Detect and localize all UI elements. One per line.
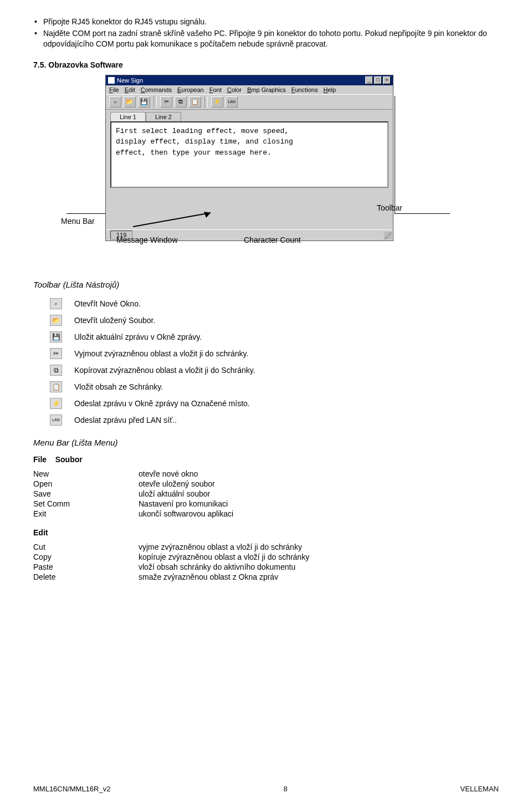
callout-menu-bar: Menu Bar xyxy=(61,217,95,226)
separator-icon xyxy=(154,96,157,108)
tab-line2[interactable]: Line 2 xyxy=(146,112,181,121)
cmd-name: Paste xyxy=(33,562,139,571)
tb-new-icon[interactable]: ▫ xyxy=(109,96,121,108)
callout-toolbar: Toolbar xyxy=(377,203,402,212)
callout-message-window: Message Window xyxy=(116,236,178,244)
page-footer: MML16CN/MML16R_v2 8 VELLEMAN xyxy=(33,785,499,793)
cmd-desc: vyjme zvýrazněnou oblast a vloží ji do s… xyxy=(139,543,302,551)
intro-bullet: Najděte COM port na zadní straně skříně … xyxy=(33,28,499,49)
menu-color[interactable]: Color xyxy=(227,86,242,93)
edit-subheading: Edit xyxy=(33,528,499,537)
tb-copy-icon[interactable]: ⧉ xyxy=(175,96,187,108)
icon-desc: Odeslat zprávu před LAN síť.. xyxy=(74,416,177,424)
list-item: 📂 Otevřít uložený Soubor. xyxy=(50,315,499,326)
list-item: LAN Odeslat zprávu před LAN síť.. xyxy=(50,415,499,426)
cmd-name: Delete xyxy=(33,572,139,581)
menu-european[interactable]: European xyxy=(177,86,204,93)
app-icon xyxy=(108,77,115,84)
arrow-icon xyxy=(133,210,222,232)
screenshot-area: New Sign _ □ × File Edit Commands Europe… xyxy=(33,75,499,263)
cmd-desc: otevře uložený soubor xyxy=(139,479,215,488)
list-item: ▫ Otevřít Nové Okno. xyxy=(50,298,499,309)
list-item: 📋 Vložit obsah ze Schránky. xyxy=(50,381,499,392)
icon-desc: Otevřít uložený Soubor. xyxy=(74,316,155,325)
cmd-desc: uloží aktuální soubor xyxy=(139,489,210,498)
send-icon: ⚡ xyxy=(50,398,62,409)
cmd-name: Cut xyxy=(33,543,139,551)
resize-grip-icon[interactable] xyxy=(384,232,392,239)
cmd-name: New xyxy=(33,469,139,478)
menu-file[interactable]: File xyxy=(109,86,119,93)
callout-character-count: Character Count xyxy=(244,236,301,244)
cmd-desc: otevře nové okno xyxy=(139,469,198,478)
tb-save-icon[interactable]: 💾 xyxy=(138,96,150,108)
save-icon: 💾 xyxy=(50,331,62,342)
intro-bullet: Připojte RJ45 konektor do RJ45 vstupu si… xyxy=(33,17,499,27)
toolbar-section-title: Toolbar (Lišta Nástrojů) xyxy=(33,280,499,289)
maximize-button[interactable]: □ xyxy=(374,76,382,84)
menu-edit[interactable]: Edit xyxy=(125,86,135,93)
tb-cut-icon[interactable]: ✂ xyxy=(160,96,172,108)
toolbar: ▫ 📂 💾 ✂ ⧉ 📋 ⚡ LAN xyxy=(106,94,393,110)
list-item: ✂ Vyjmout zvýrazněnou oblast a vložit ji… xyxy=(50,348,499,359)
icon-desc: Kopírovat zvýrazněnou oblast a vložit ji… xyxy=(74,366,255,375)
menu-commands[interactable]: Commands xyxy=(141,86,172,93)
open-icon: 📂 xyxy=(50,315,62,326)
cmd-desc: Nastavení pro komunikaci xyxy=(139,499,228,508)
icon-desc: Uložit aktuální zprávu v Okně zprávy. xyxy=(74,333,202,341)
titlebar: New Sign _ □ × xyxy=(106,75,393,85)
tb-paste-icon[interactable]: 📋 xyxy=(189,96,201,108)
cut-icon: ✂ xyxy=(50,348,62,359)
menu-font[interactable]: Font xyxy=(209,86,222,93)
close-button[interactable]: × xyxy=(383,76,391,84)
tab-line1[interactable]: Line 1 xyxy=(110,112,146,121)
window-title: New Sign xyxy=(117,77,143,84)
svg-line-0 xyxy=(133,213,211,227)
menu-bar: File Edit Commands European Font Color B… xyxy=(106,85,393,94)
icon-desc: Vložit obsah ze Schránky. xyxy=(74,382,163,391)
tb-open-icon[interactable]: 📂 xyxy=(124,96,136,108)
list-item: ⧉ Kopírovat zvýrazněnou oblast a vložit … xyxy=(50,365,499,376)
list-item: 💾 Uložit aktuální zprávu v Okně zprávy. xyxy=(50,331,499,342)
cmd-desc: smaže zvýrazněnou oblast z Okna zpráv xyxy=(139,572,278,581)
footer-left: MML16CN/MML16R_v2 xyxy=(33,785,110,793)
tb-send-icon[interactable]: ⚡ xyxy=(211,96,223,108)
file-rest: Soubor xyxy=(55,455,83,464)
footer-center: 8 xyxy=(283,785,287,793)
menu-section-title: Menu Bar (Lišta Menu) xyxy=(33,438,499,447)
cmd-name: Set Comm xyxy=(33,499,139,508)
edit-commands: Cutvyjme zvýrazněnou oblast a vloží ji d… xyxy=(33,543,499,581)
window-buttons: _ □ × xyxy=(365,76,391,84)
cmd-desc: vloží obsah schránky do aktivního dokume… xyxy=(139,562,295,571)
table-row: Newotevře nové okno xyxy=(33,469,499,478)
menu-functions[interactable]: Functions xyxy=(291,86,318,93)
list-item: ⚡ Odeslat zprávu v Okně zprávy na Označe… xyxy=(50,398,499,409)
cmd-name: Open xyxy=(33,479,139,488)
icon-desc: Odeslat zprávu v Okně zprávy na Označené… xyxy=(74,399,250,408)
section-heading: 7.5. Obrazovka Software xyxy=(33,60,499,69)
separator-icon xyxy=(204,96,208,108)
table-row: Saveuloží aktuální soubor xyxy=(33,489,499,498)
toolbar-icon-list: ▫ Otevřít Nové Okno. 📂 Otevřít uložený S… xyxy=(50,298,499,426)
edit-bold: Edit xyxy=(33,528,48,537)
cmd-desc: ukončí softwarovou aplikaci xyxy=(139,509,233,518)
minimize-button[interactable]: _ xyxy=(365,76,373,84)
new-icon: ▫ xyxy=(50,298,62,309)
table-row: Deletesmaže zvýrazněnou oblast z Okna zp… xyxy=(33,572,499,581)
table-row: Set CommNastavení pro komunikaci xyxy=(33,499,499,508)
message-editor[interactable]: First select leading effect, move speed,… xyxy=(110,121,388,188)
icon-desc: Otevřít Nové Okno. xyxy=(74,299,141,308)
cmd-name: Save xyxy=(33,489,139,498)
tb-send-lan-icon[interactable]: LAN xyxy=(226,96,238,108)
cmd-name: Exit xyxy=(33,509,139,518)
icon-desc: Vyjmout zvýrazněnou oblast a vložit ji d… xyxy=(74,349,248,358)
menu-bmp[interactable]: Bmp Graphics xyxy=(247,86,286,93)
cmd-name: Copy xyxy=(33,553,139,561)
table-row: Exitukončí softwarovou aplikaci xyxy=(33,509,499,518)
intro-bullets: Připojte RJ45 konektor do RJ45 vstupu si… xyxy=(33,17,499,49)
send-lan-icon: LAN xyxy=(50,415,62,426)
table-row: Cutvyjme zvýrazněnou oblast a vloží ji d… xyxy=(33,543,499,551)
menu-help[interactable]: Help xyxy=(323,86,336,93)
file-bold: File xyxy=(33,455,47,464)
table-row: Copykopíruje zvýrazněnou oblast a vloží … xyxy=(33,553,499,561)
